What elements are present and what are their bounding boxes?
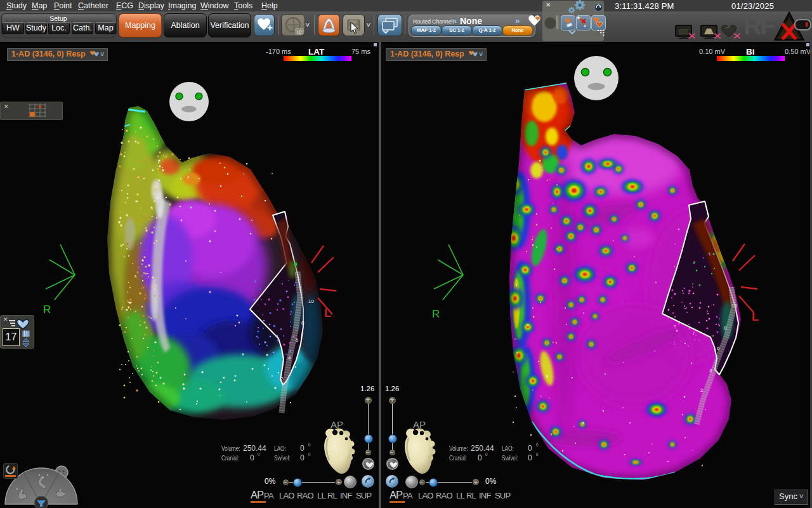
svg-text:6: 6 — [717, 345, 720, 351]
svg-text:8: 8 — [301, 320, 304, 326]
svg-text:L: L — [324, 307, 331, 319]
svg-text:IC: IC — [298, 30, 302, 34]
svg-text:R: R — [432, 308, 440, 320]
svg-text:6: 6 — [296, 337, 299, 343]
svg-text:4: 4 — [288, 355, 291, 361]
svg-text:L: L — [752, 311, 759, 323]
svg-text:10: 10 — [308, 298, 314, 304]
svg-text:8: 8 — [724, 325, 727, 331]
svg-text:R: R — [43, 304, 51, 316]
svg-text:10: 10 — [731, 303, 737, 309]
svg-text:4: 4 — [709, 368, 712, 373]
svg-text:2: 2 — [700, 387, 704, 393]
svg-text:2: 2 — [280, 376, 284, 382]
